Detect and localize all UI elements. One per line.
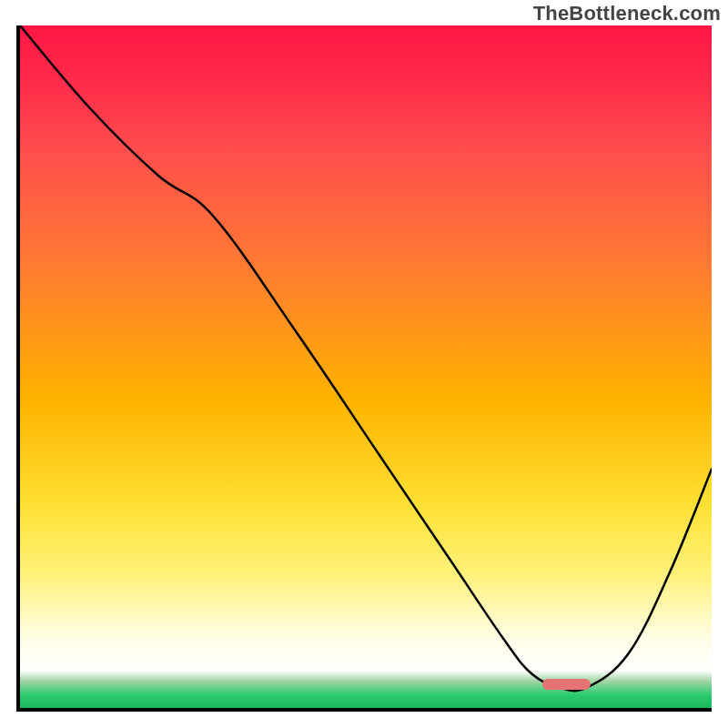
chart-container: TheBottleneck.com [0, 0, 728, 728]
bottleneck-curve [20, 25, 712, 708]
optimal-range-marker [542, 679, 591, 690]
watermark-text: TheBottleneck.com [533, 2, 721, 25]
plot-area [16, 25, 712, 712]
